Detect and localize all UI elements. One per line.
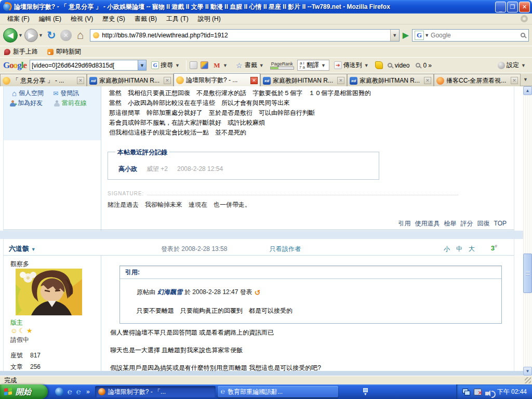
font-large-link[interactable]: 大 — [469, 245, 475, 254]
overflow-chevron[interactable]: » — [428, 62, 432, 69]
clock[interactable]: 下午 02:44 — [497, 388, 527, 396]
url-bar[interactable]: ▼ — [90, 29, 400, 42]
smiley-medal-icon: ☺ — [10, 327, 17, 335]
menu-history[interactable]: 歷史 (S) — [98, 14, 129, 24]
font-medium-link[interactable]: 中 — [456, 245, 462, 254]
pagerank-widget[interactable]: PageRank — [270, 61, 294, 70]
word-find-count-button[interactable]: 0 » — [414, 61, 433, 70]
search-input[interactable] — [431, 32, 521, 39]
back-dropdown-icon[interactable]: ▼ — [18, 33, 23, 38]
task-firefox[interactable]: 論壇限制字數? - 「... — [95, 386, 216, 397]
resize-grip[interactable] — [525, 377, 531, 383]
search-box[interactable]: G ▼ — [412, 29, 529, 42]
tab-close-icon[interactable]: ✕ — [337, 77, 344, 84]
tab-bar: 「 意見分享 」 - ... ✕ xd 家庭教師HITMAN R... ✕ 論壇… — [0, 73, 532, 86]
search-engine-dropdown-icon[interactable]: ▼ — [424, 33, 429, 38]
device-error-icon[interactable] — [474, 389, 482, 395]
task-ie[interactable]: ℮ 敎育部重編國語辭... — [218, 386, 338, 397]
search-icon[interactable] — [521, 33, 525, 37]
floor-number-link[interactable]: 3# — [491, 244, 497, 252]
stop-button[interactable]: ✕ — [60, 30, 72, 41]
quoted-user-link[interactable]: 幻海飄雪 — [157, 288, 182, 297]
goto-quoted-post-icon[interactable]: ↺ — [255, 288, 261, 297]
rating-user-link[interactable]: 高小政 — [118, 165, 137, 174]
go-button[interactable]: ▶ — [403, 30, 409, 40]
translate-button[interactable]: a i7 à 翻譯 ▼ — [297, 60, 329, 71]
rate-link[interactable]: 評分 — [461, 219, 473, 228]
google-search-dropdown[interactable]: ▼ — [138, 60, 146, 70]
tab-4[interactable]: xd 家庭教師HITMAN R... ✕ — [347, 74, 434, 87]
minimize-button[interactable]: _ — [495, 2, 506, 12]
tab-close-icon[interactable]: ✕ — [424, 77, 431, 84]
close-button[interactable]: ✕ — [519, 2, 530, 12]
google-search-button[interactable]: G 搜尋 ▼ — [150, 60, 183, 71]
network-icon[interactable] — [462, 389, 470, 395]
user-avatar[interactable] — [16, 269, 82, 315]
quick-launch-ie2-icon[interactable]: ℮ — [76, 388, 81, 396]
rss-icon — [47, 49, 54, 55]
reply-link[interactable]: 回復 — [477, 219, 490, 228]
send-message-link[interactable]: ✉ 發簡訊 — [53, 89, 79, 98]
menu-view[interactable]: 檢視 (V) — [66, 14, 97, 24]
post2-author-link[interactable]: 六道骸 ▼ — [9, 244, 36, 254]
start-button[interactable]: 開始 — [0, 384, 48, 399]
word-find-video-button[interactable]: video — [386, 61, 411, 70]
report-link[interactable]: 檢舉 — [444, 219, 457, 228]
bookmark-getting-started[interactable]: 新手上路 — [4, 47, 38, 56]
restore-button[interactable]: ❐ — [507, 2, 518, 12]
tab-2-active[interactable]: 論壇限制字數? - ... ✕ — [174, 73, 260, 87]
quote-link[interactable]: 引用 — [398, 219, 411, 228]
chevron-down-icon: ▼ — [321, 63, 326, 68]
home-button[interactable]: ⌂ — [77, 29, 84, 42]
url-dropdown-button[interactable]: ▼ — [390, 30, 399, 41]
menu-bookmarks[interactable]: 書籤 (B) — [130, 14, 161, 24]
gmail-button[interactable]: M ▼ — [211, 60, 231, 70]
tab-5[interactable]: 播客CC-全屏查看視... ✕ — [434, 74, 521, 87]
menu-edit[interactable]: 編輯 (E) — [35, 14, 65, 24]
scroll-down-button[interactable]: ▼ — [523, 367, 532, 376]
post2-paragraph: 聊天也是一大選擇 且離題對我來說也算家常便飯 — [110, 346, 243, 355]
vertical-scrollbar[interactable]: ▲ ▼ — [523, 86, 532, 376]
back-button[interactable]: ◀ — [3, 28, 18, 43]
tab-1[interactable]: xd 家庭教師HITMAN R... ✕ — [87, 74, 174, 87]
google-search-input[interactable] — [30, 62, 138, 69]
bookmarks-button[interactable]: ☆ 書籤 ▼ — [234, 60, 267, 71]
tab-close-icon[interactable]: ✕ — [511, 77, 518, 84]
highlighter-icon[interactable] — [375, 61, 383, 69]
tab-3[interactable]: xd 家庭教師HITMAN R... ✕ — [260, 74, 347, 87]
star-medal-icon: ★ — [26, 327, 33, 335]
tab-list-dropdown[interactable]: ▼ — [521, 73, 532, 86]
scroll-up-button[interactable]: ▲ — [523, 86, 532, 95]
tab-close-icon[interactable]: ✕ — [164, 77, 171, 84]
add-friend-link[interactable]: + 加為好友 — [10, 99, 43, 108]
google-search-combo[interactable]: ▼ — [30, 60, 147, 71]
quick-launch-overflow[interactable]: » — [86, 388, 90, 395]
profile-space-link[interactable]: ⌂ 個人空間 — [12, 89, 44, 98]
forward-button[interactable]: ▶ — [24, 29, 38, 42]
url-input[interactable] — [102, 32, 390, 39]
menu-tools[interactable]: 工具 (T) — [162, 14, 193, 24]
quote-content: 只要不要離題 只要能夠眞正的回覆到 都是可以接受的 — [137, 307, 292, 315]
taskbar-toolbar-handle[interactable]: ▼ — [363, 388, 368, 396]
quick-launch-browser-icon[interactable] — [55, 388, 63, 396]
tab-close-icon[interactable]: ✕ — [250, 77, 258, 84]
reload-button[interactable]: ↻ — [45, 29, 58, 42]
gmail-icon: M — [213, 61, 221, 69]
bookmark-latest-news[interactable]: 即時新聞 — [47, 47, 81, 56]
send-to-button[interactable]: ➔ 傳送到 ▼ — [332, 60, 372, 71]
sitemap-icon[interactable] — [201, 61, 208, 69]
props-link[interactable]: 使用道具 — [415, 219, 440, 228]
menu-file[interactable]: 檔案 (F) — [3, 14, 34, 24]
font-small-link[interactable]: 小 — [444, 245, 450, 254]
menu-help[interactable]: 說明 (H) — [194, 14, 225, 24]
forward-dropdown-icon[interactable]: ▼ — [38, 33, 43, 38]
quick-launch-ie-icon[interactable]: ℮ — [68, 388, 72, 396]
volume-icon[interactable] — [485, 392, 488, 395]
settings-button[interactable]: 設定 ▼ — [496, 60, 529, 71]
only-author-link[interactable]: 只看該作者 — [270, 245, 301, 254]
scrollbar-thumb[interactable] — [523, 254, 532, 293]
tab-0[interactable]: 「 意見分享 」 - ... ✕ — [0, 74, 87, 87]
news-icon[interactable] — [190, 61, 197, 69]
tab-close-icon[interactable]: ✕ — [77, 77, 84, 84]
top-link[interactable]: TOP — [494, 220, 507, 227]
